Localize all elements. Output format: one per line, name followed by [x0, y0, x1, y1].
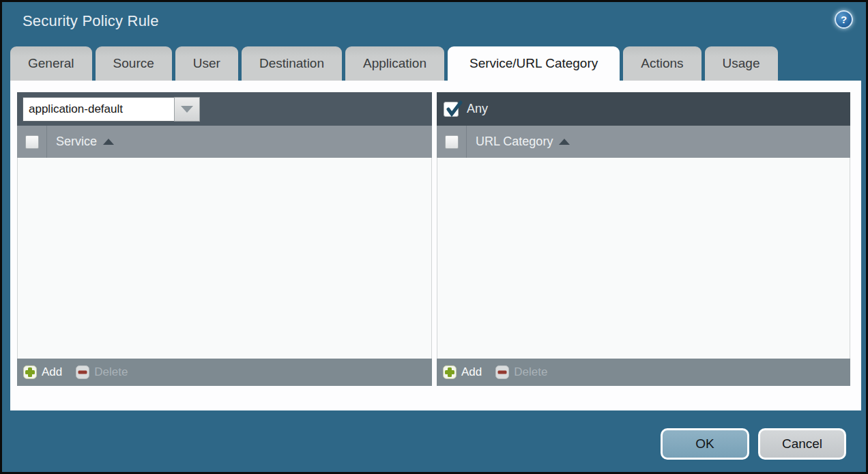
- minus-icon: [495, 365, 509, 379]
- service-type-dropdown-button[interactable]: [174, 97, 200, 122]
- tab-general[interactable]: General: [10, 46, 92, 81]
- service-delete-label: Delete: [94, 365, 128, 379]
- page-title: Security Policy Rule: [23, 12, 159, 30]
- url-category-add-button[interactable]: Add: [443, 365, 482, 379]
- service-toolbar: Add Delete: [17, 359, 432, 386]
- url-category-column-label[interactable]: URL Category: [476, 135, 553, 149]
- url-category-toolbar: Add Delete: [437, 359, 850, 386]
- plus-icon: [443, 365, 457, 379]
- service-column-label[interactable]: Service: [56, 135, 97, 149]
- sort-asc-icon[interactable]: [103, 139, 114, 145]
- sort-asc-icon[interactable]: [559, 139, 570, 145]
- tab-content-service-url-category: Service Add Delete: [10, 81, 861, 410]
- url-category-delete-label: Delete: [514, 365, 547, 379]
- chevron-down-icon: [181, 106, 193, 113]
- url-category-select-all-checkbox[interactable]: [445, 135, 459, 149]
- url-category-panel: Any URL Category Add: [437, 92, 850, 386]
- service-list[interactable]: [17, 158, 432, 359]
- service-add-label: Add: [42, 365, 62, 379]
- any-label: Any: [467, 102, 488, 116]
- plus-icon: [23, 365, 37, 379]
- tab-service-url-category[interactable]: Service/URL Category: [448, 46, 620, 81]
- service-type-combobox: [23, 97, 200, 122]
- any-checkbox[interactable]: [444, 102, 459, 117]
- tab-usage[interactable]: Usage: [705, 46, 778, 81]
- minus-icon: [76, 365, 89, 379]
- tab-actions[interactable]: Actions: [623, 46, 701, 81]
- cancel-button[interactable]: Cancel: [758, 428, 846, 460]
- tab-destination[interactable]: Destination: [242, 46, 342, 81]
- tab-bar: General Source User Destination Applicat…: [10, 46, 778, 81]
- ok-button[interactable]: OK: [661, 428, 749, 460]
- url-category-any-option[interactable]: Any: [444, 102, 488, 117]
- service-selector-bar: [17, 92, 432, 126]
- service-type-input[interactable]: [23, 97, 174, 122]
- url-category-list[interactable]: [437, 158, 850, 359]
- url-category-add-label: Add: [461, 365, 482, 379]
- tab-source[interactable]: Source: [96, 46, 172, 81]
- url-category-select-all-cell: [437, 126, 467, 158]
- tab-application[interactable]: Application: [345, 46, 444, 81]
- checkmark-icon: [444, 100, 465, 120]
- url-category-delete-button[interactable]: Delete: [495, 365, 547, 379]
- url-category-column-header: URL Category: [437, 126, 850, 158]
- service-select-all-checkbox[interactable]: [25, 135, 39, 149]
- service-delete-button[interactable]: Delete: [76, 365, 128, 379]
- service-select-all-cell: [17, 126, 47, 158]
- help-icon[interactable]: ?: [835, 10, 853, 29]
- security-policy-rule-dialog: { "dialog": { "title": "Security Policy …: [0, 0, 868, 474]
- service-column-header: Service: [17, 126, 432, 158]
- url-category-any-bar: Any: [437, 92, 850, 126]
- tab-user[interactable]: User: [175, 46, 238, 81]
- service-add-button[interactable]: Add: [23, 365, 62, 379]
- service-panel: Service Add Delete: [17, 92, 432, 386]
